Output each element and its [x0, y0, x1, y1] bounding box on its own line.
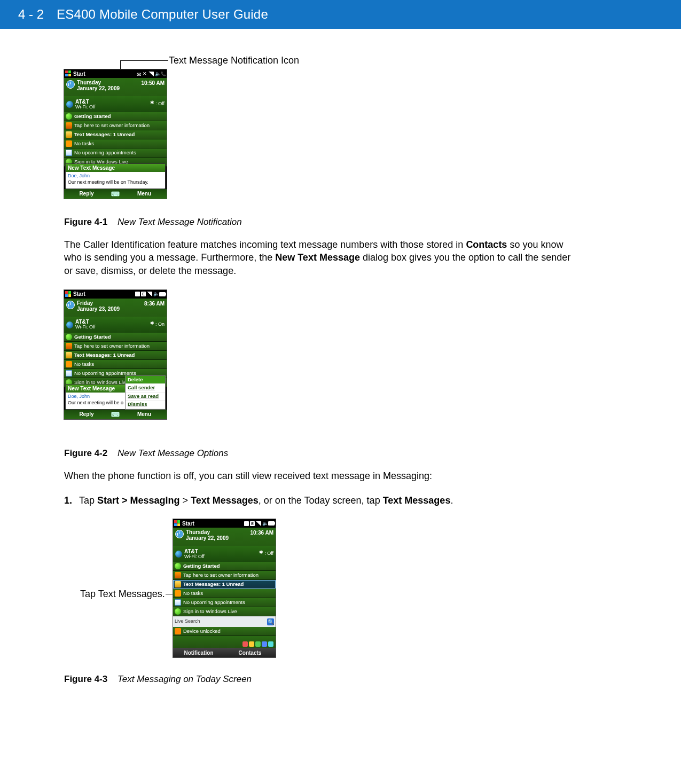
keyboard-icon[interactable] — [109, 191, 122, 197]
paragraph-phone-off: When the phone function is off, you can … — [64, 469, 577, 482]
windows-logo-icon — [65, 291, 72, 297]
start-label[interactable]: Start — [73, 291, 85, 297]
document-title: ES400 Mobile Computer User Guide — [57, 7, 268, 22]
tasks-row[interactable]: No tasks — [64, 139, 167, 148]
carrier-row[interactable]: AT&T Wi-Fi: Off : Off — [173, 546, 276, 562]
phone-screenshot-1: Start Thursday January 22, 2009 — [64, 69, 167, 199]
date-label: January 23, 2009 — [77, 306, 120, 312]
start-label[interactable]: Start — [182, 521, 194, 527]
windows-live-row[interactable]: Sign in to Windows Live — [173, 607, 276, 616]
tray-icon — [268, 641, 273, 647]
bluetooth-icon — [151, 101, 154, 107]
getting-started-row[interactable]: Getting Started — [173, 562, 276, 571]
menu-call-sender[interactable]: Call sender — [126, 384, 165, 392]
menu-dismiss[interactable]: Dismiss — [126, 401, 165, 409]
windows-logo-icon — [65, 70, 72, 77]
getting-started-row[interactable]: Getting Started — [64, 333, 167, 342]
appointments-row[interactable]: No upcoming appointments — [64, 148, 167, 158]
step-number: 1. — [64, 495, 79, 506]
context-menu: Delete Call sender Save as read Dismiss — [125, 375, 166, 410]
tasks-row[interactable]: No tasks — [173, 589, 276, 598]
owner-info-row[interactable]: Tap here to set owner information — [64, 121, 167, 130]
bluetooth-status: : On — [151, 322, 165, 327]
softkey-notification[interactable]: Notification — [173, 650, 224, 656]
menu-delete[interactable]: Delete — [126, 376, 165, 384]
date-row[interactable]: Friday January 23, 2009 8:36 AM — [64, 299, 167, 317]
softkey-reply[interactable]: Reply — [64, 191, 109, 197]
tray-icon — [249, 641, 254, 647]
live-search-row[interactable]: Live Search 🔍 — [173, 616, 276, 627]
phone-icon — [161, 72, 166, 76]
start-label[interactable]: Start — [73, 71, 85, 77]
popup-header: New Text Message — [66, 164, 165, 172]
new-text-message-popup: New Text Message Doe, John Our next meet… — [65, 163, 166, 189]
bluetooth-status: : Off — [260, 551, 273, 556]
edge-icon: E — [250, 521, 255, 526]
figure-4-1-wrap: Text Message Notification Icon Start — [64, 57, 628, 211]
date-label: January 22, 2009 — [77, 85, 120, 91]
volume-icon — [155, 72, 160, 76]
tray-icon — [262, 641, 267, 647]
figure-4-2-caption: Figure 4-2 New Text Message Options — [64, 448, 628, 459]
volume-icon — [262, 521, 267, 526]
figure-4-1-caption: Figure 4-1 New Text Message Notification — [64, 217, 628, 228]
calendar-icon — [66, 370, 72, 377]
status-icons: E — [244, 521, 275, 526]
signal-icon — [147, 292, 152, 296]
getting-started-row[interactable]: Getting Started — [64, 112, 167, 121]
connection-icon — [143, 72, 147, 76]
text-messages-row[interactable]: Text Messages: 1 Unread — [173, 580, 276, 589]
text-messages-row[interactable]: Text Messages: 1 Unread — [64, 351, 167, 360]
person-icon — [175, 572, 181, 578]
soft-key-bar: Reply Menu — [64, 410, 167, 419]
text-messages-row[interactable]: Text Messages: 1 Unread — [64, 130, 167, 139]
page-number: 4 - 2 — [18, 7, 44, 22]
step-1: 1. Tap Start > Messaging > Text Messages… — [64, 495, 628, 506]
signal-icon — [148, 72, 154, 76]
owner-info-row[interactable]: Tap here to set owner information — [64, 342, 167, 351]
device-unlocked-row[interactable]: Device unlocked — [173, 627, 276, 636]
soft-key-bar: Notification Contacts — [173, 648, 276, 657]
battery-icon — [268, 521, 275, 526]
owner-info-row[interactable]: Tap here to set owner information — [173, 571, 276, 580]
message-icon — [175, 581, 181, 587]
figure-4-2-wrap: Start E Friday January 23, 2009 — [64, 290, 628, 443]
bluetooth-status: : Off — [151, 101, 165, 107]
tasks-icon — [175, 590, 181, 597]
search-icon[interactable]: 🔍 — [267, 618, 274, 625]
carrier-row[interactable]: AT&T Wi-Fi: Off : On — [64, 317, 167, 333]
bluetooth-icon — [260, 551, 263, 556]
tasks-row[interactable]: No tasks — [64, 360, 167, 369]
carrier-row[interactable]: AT&T Wi-Fi: Off : Off — [64, 96, 167, 112]
carrier-name: AT&T — [75, 99, 96, 105]
popup-body: Doe, John Our next meeting will be on Th… — [66, 172, 165, 189]
clock-icon — [66, 80, 75, 89]
popup-header: New Text Message — [66, 385, 126, 393]
menu-save-as-read[interactable]: Save as read — [126, 393, 165, 401]
appointments-row[interactable]: No upcoming appointments — [173, 598, 276, 607]
taskbar: Start — [64, 69, 167, 78]
tray-icon — [242, 641, 248, 647]
date-label: January 22, 2009 — [186, 535, 229, 541]
battery-icon — [159, 292, 166, 296]
softkey-contacts[interactable]: Contacts — [224, 650, 276, 656]
softkey-reply[interactable]: Reply — [64, 411, 109, 417]
live-search-label: Live Search — [175, 619, 200, 624]
figure-title: New Text Message Options — [118, 448, 228, 458]
start-icon — [175, 563, 181, 569]
paragraph-caller-id: The Caller Identification feature matche… — [64, 238, 577, 277]
softkey-menu[interactable]: Menu — [122, 411, 167, 417]
date-row[interactable]: Thursday January 22, 2009 10:50 AM — [64, 78, 167, 96]
wifi-status: Wi-Fi: Off — [184, 554, 205, 560]
popup-sender: Doe, John — [68, 174, 163, 179]
date-row[interactable]: Thursday January 22, 2009 10:36 AM — [173, 528, 276, 546]
bluetooth-icon — [151, 322, 154, 327]
message-icon — [66, 352, 72, 358]
keyboard-icon[interactable] — [109, 411, 122, 418]
page-content: Text Message Notification Icon Start — [0, 29, 681, 701]
figure-label: Figure 4-3 — [64, 674, 107, 684]
page-header: 4 - 2 ES400 Mobile Computer User Guide — [0, 0, 681, 29]
document-page: 4 - 2 ES400 Mobile Computer User Guide T… — [0, 0, 681, 701]
softkey-menu[interactable]: Menu — [122, 191, 167, 197]
person-icon — [66, 343, 72, 349]
